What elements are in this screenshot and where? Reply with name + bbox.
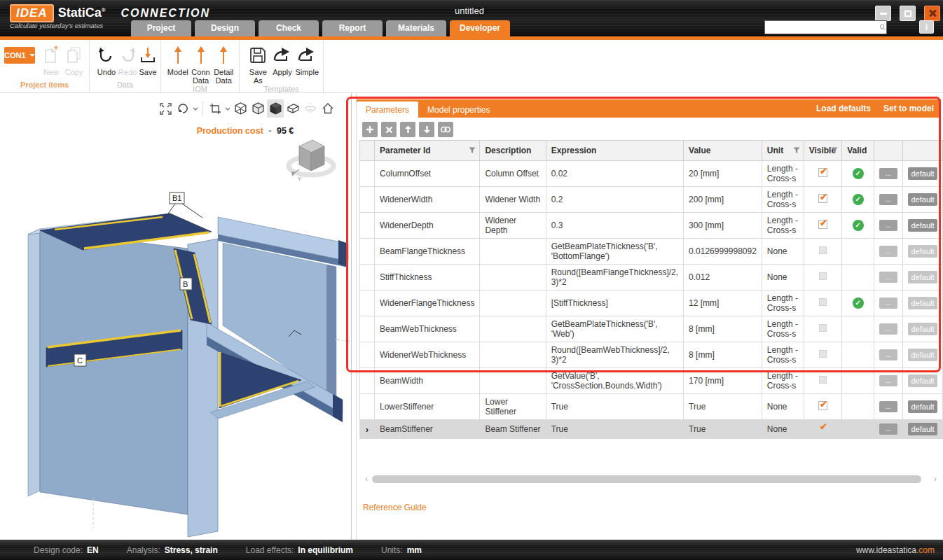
unit-cell[interactable]: None (762, 420, 804, 439)
visible-checkbox[interactable] (819, 324, 827, 332)
visible-cell[interactable] (804, 420, 842, 439)
unit-cell[interactable]: None (762, 394, 804, 420)
description-cell[interactable] (480, 342, 546, 368)
link-parameter-button[interactable] (438, 122, 453, 137)
row-chevron-cell[interactable] (360, 187, 375, 213)
expression-cell[interactable]: 0.02 (546, 161, 683, 187)
expression-cell[interactable]: True (546, 420, 683, 439)
reference-guide-link[interactable]: Reference Guide (363, 503, 427, 512)
new-item-button[interactable]: New (41, 44, 62, 76)
search-box[interactable] (764, 20, 887, 34)
redo-button[interactable]: Redo (118, 44, 137, 76)
iom-conn-data-button[interactable]: Conn Data (191, 44, 212, 85)
description-cell[interactable] (480, 368, 546, 394)
expression-cell[interactable]: Round([BeamFlangeThickness]/2, 3)*2 (546, 265, 683, 290)
parameter-row[interactable]: WidenerFlangeThickness[StiffThickness]12… (360, 290, 943, 316)
navigation-cube[interactable]: Y (284, 133, 338, 183)
row-more-button[interactable]: ... (879, 401, 897, 412)
column-header[interactable]: Valid (842, 141, 874, 161)
row-default-button[interactable]: default (908, 323, 937, 335)
expression-cell[interactable]: 0.2 (546, 187, 683, 213)
visible-cell[interactable] (804, 239, 842, 265)
column-header[interactable]: Value (684, 141, 762, 161)
solid-view-button[interactable] (267, 99, 284, 118)
parameter-id-cell[interactable]: WidenerWebThickness (375, 342, 480, 368)
tab-materials[interactable]: Materials (386, 20, 446, 36)
parameter-row[interactable]: WidenerWidthWidener Width0.2200 [mm]Leng… (360, 187, 943, 213)
description-cell[interactable] (480, 316, 546, 342)
model-3d-view[interactable]: B1 B C (0, 177, 351, 540)
visible-cell[interactable] (804, 213, 842, 239)
parameter-id-cell[interactable]: BeamFlangeThickness (375, 239, 480, 265)
iom-detail-data-button[interactable]: Detail Data (212, 44, 235, 85)
expression-cell[interactable]: [StiffThickness] (546, 290, 683, 316)
column-web[interactable] (40, 230, 188, 514)
pane-divider[interactable] (351, 93, 352, 540)
row-more-button[interactable]: ... (879, 375, 897, 386)
tab-parameters[interactable]: Parameters (357, 102, 418, 118)
description-cell[interactable] (480, 290, 546, 316)
scroll-left-arrow[interactable]: ‹ (362, 474, 371, 484)
column-header[interactable] (360, 141, 375, 161)
parameter-row[interactable]: WidenerDepthWidener Depth0.3300 [mm]Leng… (360, 213, 943, 239)
filter-icon[interactable] (831, 147, 838, 154)
row-more-button[interactable]: ... (879, 424, 897, 435)
row-default-button[interactable]: default (908, 297, 937, 309)
visible-cell[interactable] (804, 316, 842, 342)
move-up-button[interactable] (400, 122, 415, 137)
parameter-row[interactable]: ›BeamStiffenerBeam StiffenerTrueTrueNone… (360, 420, 943, 439)
row-default-button[interactable]: default (908, 219, 937, 232)
unit-cell[interactable]: Length - Cross-s (762, 368, 804, 394)
visible-cell[interactable] (804, 161, 842, 187)
column-header[interactable]: Parameter Id (375, 141, 480, 161)
row-chevron-cell[interactable] (360, 394, 375, 420)
description-cell[interactable]: Column Offset (480, 161, 546, 187)
parameter-id-cell[interactable]: BeamWidth (375, 368, 480, 394)
row-more-button[interactable]: ... (879, 220, 897, 231)
expression-cell[interactable]: 0.3 (546, 213, 683, 239)
info-button[interactable]: i (919, 20, 934, 34)
unit-cell[interactable]: Length - Cross-s (762, 161, 804, 187)
undo-button[interactable]: Undo (97, 44, 116, 76)
visible-cell[interactable] (804, 290, 842, 316)
scrollbar-thumb[interactable] (372, 475, 921, 483)
expression-cell[interactable]: GetBeamPlateThickness('B', 'BottomFlange… (546, 239, 683, 265)
parameter-id-cell[interactable]: WidenerDepth (375, 213, 480, 239)
parameter-row[interactable]: BeamWidthGetValue('B', 'CrossSection.Bou… (360, 368, 943, 394)
close-button[interactable] (924, 6, 940, 21)
con1-dropdown[interactable]: CON1 (4, 47, 35, 64)
visible-cell[interactable] (804, 265, 842, 290)
row-chevron-cell[interactable] (360, 342, 375, 368)
visible-checkbox[interactable] (819, 350, 827, 358)
row-chevron-cell[interactable] (360, 213, 375, 239)
parameter-id-cell[interactable]: ColumnOffset (375, 161, 480, 187)
description-cell[interactable]: Lower Stiffener (480, 394, 546, 420)
parameter-id-cell[interactable]: WidenerWidth (375, 187, 480, 213)
rotate-view-button[interactable] (174, 99, 191, 118)
column-header[interactable] (902, 141, 942, 161)
parameter-row[interactable]: BeamFlangeThicknessGetBeamPlateThickness… (360, 239, 943, 265)
column-header[interactable] (874, 141, 902, 161)
unit-cell[interactable]: None (762, 265, 804, 290)
column-far-flange[interactable] (28, 229, 40, 496)
set-to-model-button[interactable]: Set to model (883, 104, 934, 113)
row-default-button[interactable]: default (908, 400, 937, 413)
parameter-row[interactable]: LowerStiffenerLower StiffenerTrueTrueNon… (360, 394, 943, 420)
clip-options-caret[interactable] (224, 99, 231, 118)
row-default-button[interactable]: default (908, 349, 937, 361)
visible-checkbox[interactable] (818, 424, 827, 433)
visible-checkbox[interactable] (819, 246, 827, 254)
parameter-row[interactable]: ColumnOffsetColumn Offset0.0220 [mm]Leng… (360, 161, 943, 187)
description-cell[interactable]: Widener Depth (480, 213, 546, 239)
scroll-right-arrow[interactable]: › (931, 474, 939, 484)
clip-view-button[interactable] (207, 99, 223, 118)
visible-cell[interactable] (804, 394, 842, 420)
parameter-id-cell[interactable]: LowerStiffener (375, 394, 480, 420)
scrollbar-track[interactable] (371, 475, 931, 484)
row-default-button[interactable]: default (908, 423, 937, 435)
tab-check[interactable]: Check (259, 20, 319, 36)
tab-project[interactable]: Project (131, 20, 191, 36)
unit-cell[interactable]: Length - Cross-s (762, 342, 804, 368)
visible-checkbox[interactable] (819, 376, 827, 384)
column-header[interactable]: Visible (804, 141, 842, 161)
